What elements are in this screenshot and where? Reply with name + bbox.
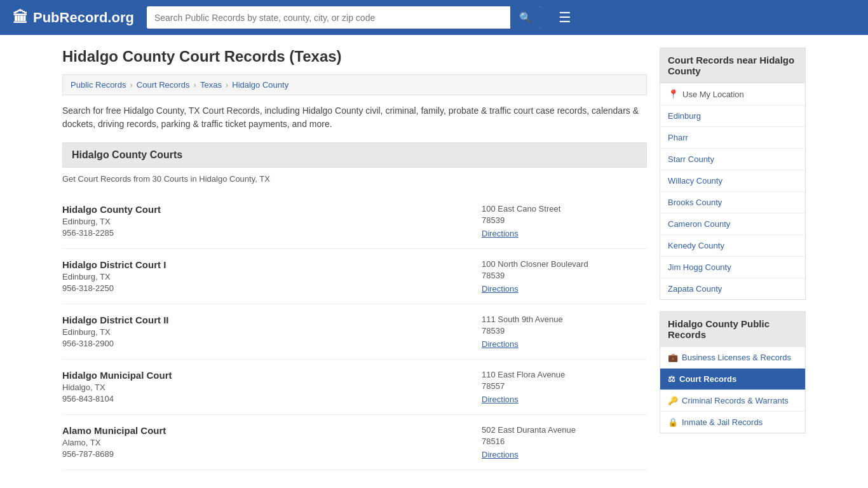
nearby-link[interactable]: Brooks County xyxy=(660,192,805,213)
court-address: 100 East Cano Street xyxy=(482,204,647,214)
public-record-label: Inmate & Jail Records xyxy=(682,417,763,427)
nearby-list-item[interactable]: Starr County xyxy=(660,149,805,170)
court-phone: 956-318-2250 xyxy=(62,283,469,293)
sidebar: Court Records near Hidalgo County 📍 Use … xyxy=(660,48,806,470)
nearby-link[interactable]: Kenedy County xyxy=(660,235,805,256)
court-right: 100 East Cano Street 78539 Directions xyxy=(482,204,647,238)
court-city: Alamo, TX xyxy=(62,438,469,447)
nearby-list: 📍 Use My Location EdinburgPharrStarr Cou… xyxy=(660,83,806,300)
courts-count: Get Court Records from 30 Courts in Hida… xyxy=(62,174,647,184)
court-name: Hidalgo District Court II xyxy=(62,315,469,325)
breadcrumb-public-records[interactable]: Public Records xyxy=(71,80,126,90)
search-input[interactable] xyxy=(147,8,510,28)
court-city: Edinburg, TX xyxy=(62,272,469,281)
logo[interactable]: 🏛 PubRecord.org xyxy=(13,9,134,27)
directions-link[interactable]: Directions xyxy=(482,450,519,459)
public-record-link[interactable]: 🔒 Inmate & Jail Records xyxy=(660,412,805,433)
nearby-link[interactable]: Pharr xyxy=(660,127,805,148)
search-bar: 🔍 xyxy=(147,6,541,29)
public-records-section-title: Hidalgo County Public Records xyxy=(660,311,806,347)
breadcrumb-sep-1: › xyxy=(130,80,132,90)
court-left: Hidalgo County Court Edinburg, TX 956-31… xyxy=(62,204,469,238)
public-record-label: Court Records xyxy=(679,374,736,384)
public-record-item[interactable]: 🔑 Criminal Records & Warrants xyxy=(660,390,805,412)
search-button[interactable]: 🔍 xyxy=(510,6,541,29)
directions-link[interactable]: Directions xyxy=(482,229,519,238)
public-record-link[interactable]: 💼 Business Licenses & Records xyxy=(660,347,805,368)
court-entry: Hidalgo District Court I Edinburg, TX 95… xyxy=(62,249,647,304)
key-icon: 🔑 xyxy=(668,396,678,405)
nearby-list-item[interactable]: Willacy County xyxy=(660,170,805,192)
use-location-item[interactable]: 📍 Use My Location xyxy=(660,83,805,105)
breadcrumb-court-records[interactable]: Court Records xyxy=(137,80,190,90)
nearby-link[interactable]: Edinburg xyxy=(660,105,805,126)
nearby-link[interactable]: Willacy County xyxy=(660,170,805,191)
court-city: Hidalgo, TX xyxy=(62,383,469,392)
public-record-link[interactable]: 🔑 Criminal Records & Warrants xyxy=(660,390,805,411)
nearby-link[interactable]: Starr County xyxy=(660,149,805,170)
lock-icon: 🔒 xyxy=(668,417,678,427)
courts-list: Hidalgo County Court Edinburg, TX 956-31… xyxy=(62,194,647,470)
court-right: 502 East Duranta Avenue 78516 Directions xyxy=(482,425,647,459)
scale-icon: ⚖ xyxy=(668,374,675,384)
court-entry: Hidalgo County Court Edinburg, TX 956-31… xyxy=(62,194,647,249)
nearby-list-item[interactable]: Kenedy County xyxy=(660,235,805,257)
directions-link[interactable]: Directions xyxy=(482,395,519,404)
nearby-list-item[interactable]: Brooks County xyxy=(660,192,805,214)
court-zip: 78539 xyxy=(482,271,647,280)
court-entry: Alamo Municipal Court Alamo, TX 956-787-… xyxy=(62,415,647,470)
nearby-list-item[interactable]: Cameron County xyxy=(660,214,805,235)
court-phone: 956-318-2285 xyxy=(62,228,469,238)
court-name: Alamo Municipal Court xyxy=(62,425,469,436)
court-name: Hidalgo Municipal Court xyxy=(62,370,469,381)
court-city: Edinburg, TX xyxy=(62,327,469,337)
court-zip: 78539 xyxy=(482,215,647,225)
nearby-list-item[interactable]: Pharr xyxy=(660,127,805,149)
public-record-item[interactable]: 💼 Business Licenses & Records xyxy=(660,347,805,369)
nearby-list-item[interactable]: Zapata County xyxy=(660,278,805,299)
logo-icon: 🏛 xyxy=(13,9,28,27)
court-address: 111 South 9th Avenue xyxy=(482,315,647,324)
public-records-list: 💼 Business Licenses & Records ⚖ Court Re… xyxy=(660,347,806,433)
court-right: 110 East Flora Avenue 78557 Directions xyxy=(482,370,647,404)
court-zip: 78539 xyxy=(482,326,647,336)
court-address: 100 North Closner Boulevard xyxy=(482,259,647,269)
court-left: Hidalgo District Court I Edinburg, TX 95… xyxy=(62,259,469,294)
court-name: Hidalgo District Court I xyxy=(62,259,469,270)
court-zip: 78516 xyxy=(482,437,647,446)
court-left: Hidalgo Municipal Court Hidalgo, TX 956-… xyxy=(62,370,469,404)
use-location-label: Use My Location xyxy=(682,90,744,99)
public-record-label: Business Licenses & Records xyxy=(682,353,791,362)
court-name: Hidalgo County Court xyxy=(62,204,469,215)
court-address: 502 East Duranta Avenue xyxy=(482,425,647,435)
breadcrumb-texas[interactable]: Texas xyxy=(200,80,222,90)
directions-link[interactable]: Directions xyxy=(482,284,519,294)
court-address: 110 East Flora Avenue xyxy=(482,370,647,379)
logo-text: PubRecord.org xyxy=(33,10,134,26)
nearby-link[interactable]: Zapata County xyxy=(660,278,805,299)
main-content: Hidalgo County Court Records (Texas) Pub… xyxy=(62,48,647,470)
court-left: Hidalgo District Court II Edinburg, TX 9… xyxy=(62,315,469,349)
nearby-section-title: Court Records near Hidalgo County xyxy=(660,48,806,83)
briefcase-icon: 💼 xyxy=(668,353,678,362)
court-phone: 956-843-8104 xyxy=(62,394,469,403)
nearby-list-item[interactable]: Jim Hogg County xyxy=(660,257,805,278)
nearby-link[interactable]: Cameron County xyxy=(660,214,805,234)
breadcrumb-hidalgo-county[interactable]: Hidalgo County xyxy=(232,80,288,90)
directions-link[interactable]: Directions xyxy=(482,339,519,349)
court-phone: 956-787-8689 xyxy=(62,449,469,459)
page-description: Search for free Hidalgo County, TX Court… xyxy=(62,104,647,131)
public-record-link[interactable]: ⚖ Court Records xyxy=(660,369,805,390)
public-record-item[interactable]: 🔒 Inmate & Jail Records xyxy=(660,412,805,433)
nearby-list-item[interactable]: Edinburg xyxy=(660,105,805,127)
nearby-link[interactable]: Jim Hogg County xyxy=(660,257,805,278)
public-record-item[interactable]: ⚖ Court Records xyxy=(660,369,805,390)
menu-icon[interactable]: ☰ xyxy=(559,10,571,26)
breadcrumb: Public Records › Court Records › Texas ›… xyxy=(62,74,647,95)
court-left: Alamo Municipal Court Alamo, TX 956-787-… xyxy=(62,425,469,459)
breadcrumb-sep-2: › xyxy=(194,80,196,90)
use-location-link[interactable]: 📍 Use My Location xyxy=(660,83,805,105)
site-header: 🏛 PubRecord.org 🔍 ☰ xyxy=(0,0,868,35)
court-zip: 78557 xyxy=(482,381,647,391)
court-phone: 956-318-2900 xyxy=(62,339,469,348)
